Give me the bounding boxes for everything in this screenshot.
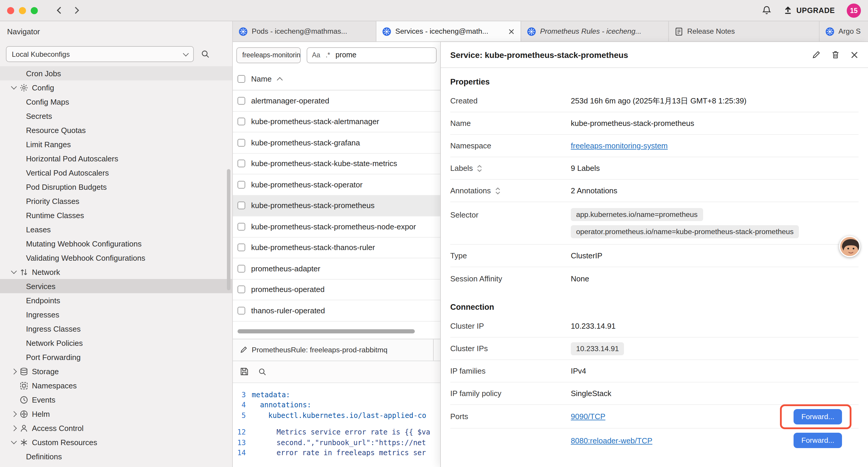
tab-argo[interactable]: Argo S xyxy=(819,21,868,41)
table-row[interactable]: kube-prometheus-stack-operator xyxy=(233,174,440,195)
name-column-header[interactable]: Name xyxy=(251,75,272,83)
sidebar-item-config[interactable]: Config xyxy=(0,80,232,95)
row-checkbox[interactable] xyxy=(238,202,245,209)
sidebar-item-network-policies[interactable]: Network Policies xyxy=(0,336,232,350)
sidebar-scrollbar[interactable] xyxy=(227,169,230,290)
sidebar-item-ingress-classes[interactable]: Ingress Classes xyxy=(0,322,232,336)
editor-tab-clipped[interactable] xyxy=(434,339,440,360)
kubeconfig-selector[interactable]: Local Kubeconfigs xyxy=(6,46,194,62)
chevron-right-icon[interactable] xyxy=(11,411,17,417)
row-checkbox[interactable] xyxy=(238,286,245,293)
table-row[interactable]: kube-prometheus-stack-prometheus-node-ex… xyxy=(233,216,440,237)
close-drawer-button[interactable] xyxy=(850,51,859,59)
sidebar-item-resource-quotas[interactable]: Resource Quotas xyxy=(0,123,232,137)
sidebar-item-storage[interactable]: Storage xyxy=(0,364,232,378)
port-link[interactable]: 9090/TCP xyxy=(571,412,606,421)
forward-button[interactable] xyxy=(71,5,82,16)
sidebar-item-network[interactable]: Network xyxy=(0,265,232,279)
sidebar-item-services[interactable]: Services xyxy=(0,279,232,293)
tab-services[interactable]: Services - icecheng@math... xyxy=(376,21,521,41)
sidebar-item-secrets[interactable]: Secrets xyxy=(0,109,232,123)
save-button[interactable] xyxy=(240,367,249,376)
sidebar-item-config-maps[interactable]: Config Maps xyxy=(0,95,232,109)
sidebar-item-definitions[interactable]: Definitions xyxy=(0,449,232,463)
table-row[interactable]: kube-prometheus-stack-alertmanager xyxy=(233,111,440,133)
sidebar-item-access-control[interactable]: Access Control xyxy=(0,421,232,435)
sidebar-item-validating-webhook-configurations[interactable]: Validating Webhook Configurations xyxy=(0,251,232,265)
notifications-button[interactable] xyxy=(761,5,771,16)
back-button[interactable] xyxy=(54,5,64,16)
sidebar-item-runtime-classes[interactable]: Runtime Classes xyxy=(0,208,232,222)
sidebar-item-pod-disruption-budgets[interactable]: Pod Disruption Budgets xyxy=(0,180,232,194)
table-row[interactable]: kube-prometheus-stack-thanos-ruler xyxy=(233,237,440,258)
row-checkbox[interactable] xyxy=(238,181,245,188)
sidebar-item-custom-resources[interactable]: Custom Resources xyxy=(0,435,232,449)
chevron-right-icon[interactable] xyxy=(11,368,17,374)
sidebar-item-leases[interactable]: Leases xyxy=(0,222,232,236)
sidebar-item-endpoints[interactable]: Endpoints xyxy=(0,293,232,308)
chevron-down-icon[interactable] xyxy=(11,438,17,444)
horizontal-scrollbar[interactable] xyxy=(233,321,440,339)
sidebar-item-vertical-pod-autoscalers[interactable]: Vertical Pod Autoscalers xyxy=(0,166,232,180)
sidebar-item-priority-classes[interactable]: Priority Classes xyxy=(0,194,232,208)
close-tab-icon[interactable] xyxy=(508,28,515,35)
table-row[interactable]: kube-prometheus-stack-grafana xyxy=(233,133,440,153)
row-checkbox[interactable] xyxy=(238,139,245,147)
scrollbar-thumb[interactable] xyxy=(238,329,415,333)
filter-input[interactable]: Aa .* prome xyxy=(307,47,437,63)
sidebar-item-port-forwarding[interactable]: Port Forwarding xyxy=(0,350,232,364)
sidebar-item-cron-jobs[interactable]: Cron Jobs xyxy=(0,66,232,80)
table-row[interactable]: kube-prometheus-stack-kube-state-metrics xyxy=(233,153,440,174)
forward-port-button[interactable]: Forward... xyxy=(794,433,842,448)
sidebar-item-horizontal-pod-autoscalers[interactable]: Horizontal Pod Autoscalers xyxy=(0,151,232,166)
chevron-down-icon[interactable] xyxy=(11,84,17,90)
notification-count-badge[interactable]: 15 xyxy=(847,3,861,18)
window-close-button[interactable] xyxy=(7,7,14,14)
delete-button[interactable] xyxy=(831,50,840,59)
expand-collapse-icon[interactable] xyxy=(476,165,483,172)
sidebar-item-namespaces[interactable]: Namespaces xyxy=(0,378,232,392)
tab-prometheus-rules[interactable]: Prometheus Rules - icecheng... xyxy=(521,21,669,41)
sort-ascending-icon[interactable] xyxy=(277,77,282,83)
table-row[interactable]: alertmanager-operated xyxy=(233,90,440,111)
table-row[interactable]: thanos-ruler-operated xyxy=(233,300,440,321)
row-checkbox[interactable] xyxy=(238,307,245,315)
row-checkbox[interactable] xyxy=(238,160,245,168)
yaml-editor[interactable]: 3metadata: 4annotations: 5kubectl.kubern… xyxy=(233,383,440,467)
chevron-down-icon[interactable] xyxy=(11,268,17,274)
table-row[interactable]: prometheus-operated xyxy=(233,279,440,300)
table-row[interactable]: prometheus-adapter xyxy=(233,258,440,279)
property-value[interactable]: 2 Annotations xyxy=(571,186,617,195)
tab-pods[interactable]: Pods - icecheng@mathmas... xyxy=(233,21,376,41)
sidebar-search-button[interactable] xyxy=(201,50,210,59)
namespace-selector[interactable]: freeleaps-monitoring-system xyxy=(236,47,301,63)
row-checkbox[interactable] xyxy=(238,118,245,126)
expand-collapse-icon[interactable] xyxy=(494,187,501,194)
sidebar-item-limit-ranges[interactable]: Limit Ranges xyxy=(0,137,232,151)
row-checkbox[interactable] xyxy=(238,223,245,231)
tab-release-notes[interactable]: Release Notes xyxy=(669,21,819,41)
property-value[interactable]: 9 Labels xyxy=(571,164,600,173)
window-maximize-button[interactable] xyxy=(31,7,38,14)
edit-button[interactable] xyxy=(812,50,821,59)
upgrade-button[interactable]: UPGRADE xyxy=(783,6,835,15)
chevron-right-icon[interactable] xyxy=(11,425,17,431)
row-checkbox[interactable] xyxy=(238,265,245,272)
namespace-link[interactable]: freeleaps-monitoring-system xyxy=(571,141,668,150)
sidebar-item-events[interactable]: Events xyxy=(0,392,232,407)
row-checkbox[interactable] xyxy=(238,97,245,105)
select-all-checkbox[interactable] xyxy=(238,75,245,83)
row-checkbox[interactable] xyxy=(238,244,245,252)
table-row-selected[interactable]: kube-prometheus-stack-prometheus xyxy=(233,195,440,216)
port-link[interactable]: 8080:reloader-web/TCP xyxy=(571,436,652,445)
forward-port-button[interactable]: Forward... xyxy=(794,409,842,424)
sidebar-item-helm[interactable]: Helm xyxy=(0,407,232,421)
regex-toggle[interactable]: .* xyxy=(326,52,330,59)
window-minimize-button[interactable] xyxy=(19,7,26,14)
floating-avatar[interactable] xyxy=(839,236,860,257)
editor-search-button[interactable] xyxy=(258,368,267,376)
sidebar-item-ingresses[interactable]: Ingresses xyxy=(0,308,232,322)
editor-tab-prometheusrule[interactable]: PrometheusRule: freeleaps-prod-rabbitmq xyxy=(233,339,434,360)
sidebar-item-mutating-webhook-configurations[interactable]: Mutating Webhook Configurations xyxy=(0,236,232,251)
match-case-toggle[interactable]: Aa xyxy=(312,52,320,59)
